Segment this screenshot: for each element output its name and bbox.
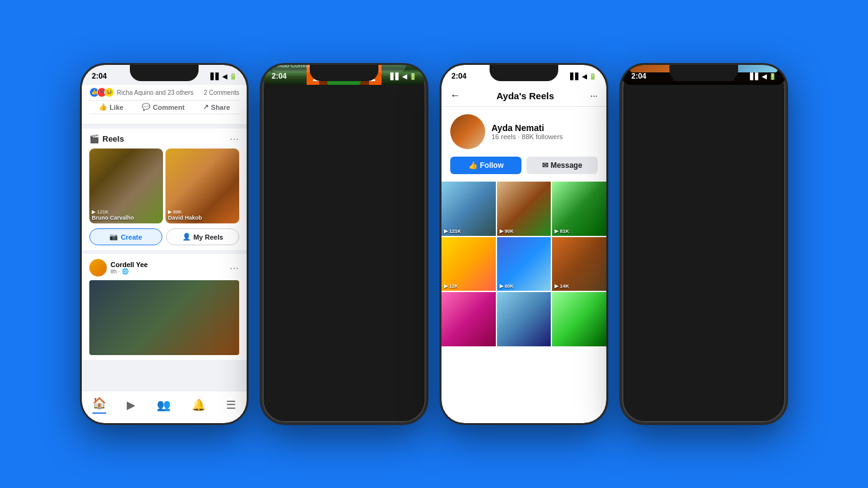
reel-thumb-2[interactable]: David Hakob ▶ 88K (165, 149, 239, 223)
grid-thumb-1[interactable]: ▶ 121K (441, 182, 496, 236)
phone-3-header: ← Ayda's Reels ··· (441, 85, 606, 107)
phone-3: 2:04 ▋▋ ◀ 🔋 ← Ayda's Reels ··· Ayda Nema… (440, 63, 608, 425)
message-button[interactable]: ✉ Message (526, 157, 598, 174)
reactions-row: 👍 ❤ 😂 Richa Aquino and 23 others 2 Comme… (89, 85, 239, 100)
profile-info: Ayda Nemati 16 reels · 88K followers (491, 123, 598, 140)
phone-1-screen: 2:04 ▋▋ ◀ 🔋 👍 ❤ 😂 Richa Aquino and 23 ot… (82, 65, 247, 423)
phone-2-notch (310, 65, 378, 81)
phone-4: 2:04 ▋▋ ◀ 🔋 Cancel Done 🌿 (619, 63, 788, 425)
grid-thumb-5[interactable]: ▶ 80K (497, 237, 551, 291)
reel-1-views: ▶ 121K (92, 209, 109, 215)
reels-more-icon[interactable]: ··· (230, 134, 239, 144)
comments-count: 2 Comments (204, 89, 239, 96)
nav-home-icon[interactable]: 🏠 (92, 396, 106, 414)
create-button[interactable]: 📷 Create (89, 228, 162, 245)
nav-menu-icon[interactable]: ☰ (226, 398, 236, 412)
reel-2-views: ▶ 88K (168, 209, 182, 215)
page-title: Ayda's Reels (496, 90, 554, 101)
phone-1-notch (130, 65, 199, 81)
grid-thumb-8[interactable] (497, 292, 551, 346)
profile-actions: 👍 Follow ✉ Message (441, 157, 606, 182)
reels-section: 🎬 Reels ··· Bruno Carvalho ▶ 121K David … (82, 129, 247, 250)
grid-views-2: ▶ 90K (500, 228, 514, 234)
reels-grid-3: ▶ 121K ▶ 90K ▶ 81K ▶ 12K ▶ 80K ▶ 14K (441, 182, 606, 346)
my-reels-button[interactable]: 👤 My Reels (166, 228, 239, 245)
grid-views-1: ▶ 121K (444, 228, 461, 234)
grid-thumb-3[interactable]: ▶ 81K (552, 182, 606, 236)
reactions-text: Richa Aquino and 23 others (117, 89, 194, 96)
comment-button[interactable]: 💬 Comment (142, 103, 185, 111)
post-image (89, 280, 239, 355)
profile-stats: 16 reels · 88K followers (491, 133, 598, 140)
phone-4-screen: 2:04 ▋▋ ◀ 🔋 Cancel Done 🌿 (621, 65, 786, 85)
phone-2-status-icons: ▋▋ ◀ 🔋 (390, 73, 417, 80)
reels-title: 🎬 Reels (89, 134, 124, 144)
post-preview: Cordell Yee 8h · 🌐 ··· (82, 254, 247, 360)
grid-views-5: ▶ 80K (500, 283, 514, 289)
phone-4-status-icons: ▋▋ ◀ 🔋 (750, 73, 776, 80)
phone-3-notch (490, 65, 558, 81)
reels-header: 🎬 Reels ··· (89, 134, 239, 144)
reels-grid: Bruno Carvalho ▶ 121K David Hakob ▶ 88K (89, 149, 239, 223)
share-button[interactable]: ↗ Share (203, 103, 230, 111)
reel-thumb-1[interactable]: Bruno Carvalho ▶ 121K (89, 149, 163, 223)
grid-views-3: ▶ 81K (555, 228, 569, 234)
reel-1-label: Bruno Carvalho (92, 215, 134, 221)
phone-2-screen: 2:04 ▋▋ ◀ 🔋 (262, 65, 427, 85)
post-user: Cordell Yee 8h · 🌐 ··· (89, 259, 239, 276)
profile-avatar (450, 114, 485, 149)
grid-views-4: ▶ 12K (444, 283, 458, 289)
phone-1: 2:04 ▋▋ ◀ 🔋 👍 ❤ 😂 Richa Aquino and 23 ot… (80, 63, 249, 425)
follow-button[interactable]: 👍 Follow (450, 157, 521, 174)
post-more-icon[interactable]: ··· (230, 263, 239, 273)
phone-1-time: 2:04 (92, 72, 107, 81)
phone-2: 2:04 ▋▋ ◀ 🔋 (260, 63, 428, 425)
grid-views-6: ▶ 14K (555, 283, 569, 289)
phone-2-time: 2:04 (272, 72, 287, 81)
phone-3-screen: 2:04 ▋▋ ◀ 🔋 ← Ayda's Reels ··· Ayda Nema… (441, 65, 606, 423)
profile-section: Ayda Nemati 16 reels · 88K followers (441, 107, 606, 157)
phone-1-header: 👍 ❤ 😂 Richa Aquino and 23 others 2 Comme… (82, 85, 247, 125)
like-button[interactable]: 👍 Like (99, 103, 124, 111)
profile-name: Ayda Nemati (491, 123, 598, 133)
grid-thumb-7[interactable] (441, 292, 496, 346)
post-username: Cordell Yee (111, 261, 148, 268)
more-options-icon[interactable]: ··· (590, 90, 598, 100)
grid-thumb-2[interactable]: ▶ 90K (497, 182, 551, 236)
post-time: 8h · 🌐 (111, 268, 148, 275)
grid-thumb-6[interactable]: ▶ 14K (552, 237, 606, 291)
nav-friends-icon[interactable]: 👥 (157, 398, 170, 412)
phone-1-status-icons: ▋▋ ◀ 🔋 (210, 73, 237, 80)
create-buttons: 📷 Create 👤 My Reels (89, 228, 239, 245)
nav-video-icon[interactable]: ▶ (127, 398, 136, 412)
phone-3-status-icons: ▋▋ ◀ 🔋 (570, 73, 596, 80)
back-button[interactable]: ← (450, 90, 460, 101)
phone-4-time: 2:04 (631, 72, 646, 81)
grid-thumb-4[interactable]: ▶ 12K (441, 237, 496, 291)
reel-2-label: David Hakob (168, 215, 202, 221)
nav-bell-icon[interactable]: 🔔 (192, 398, 205, 412)
action-buttons: 👍 Like 💬 Comment ↗ Share (89, 100, 239, 114)
post-avatar (89, 259, 107, 276)
phones-container: 2:04 ▋▋ ◀ 🔋 👍 ❤ 😂 Richa Aquino and 23 ot… (67, 51, 801, 437)
grid-thumb-9[interactable] (552, 292, 606, 346)
phone-1-bottom-nav: 🏠 ▶ 👥 🔔 ☰ (82, 391, 247, 423)
phone-3-time: 2:04 (451, 72, 466, 81)
phone-4-notch (669, 65, 738, 81)
